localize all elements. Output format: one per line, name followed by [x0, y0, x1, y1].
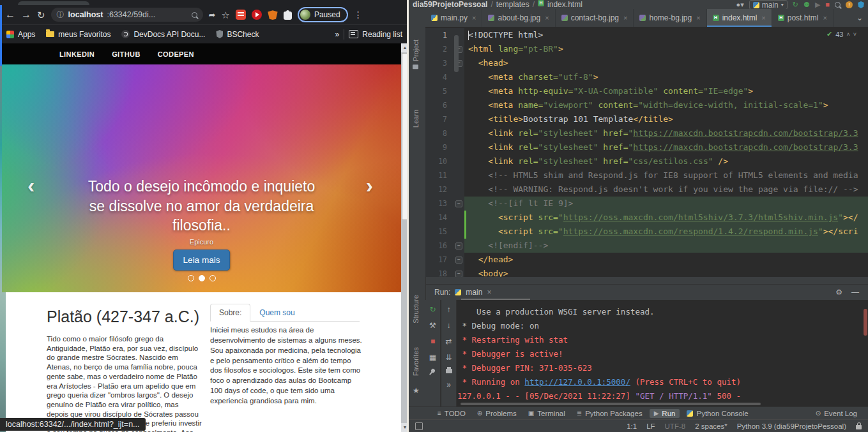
- extensions-puzzle-icon[interactable]: [284, 11, 292, 20]
- console-hscrollbar[interactable]: [461, 403, 761, 405]
- leia-mais-button[interactable]: Leia mais: [173, 250, 231, 271]
- zoom-icon[interactable]: [192, 12, 197, 18]
- toolbar-run[interactable]: ▶Run: [650, 409, 680, 418]
- bookmarks-overflow-icon[interactable]: »: [335, 30, 340, 39]
- print-icon[interactable]: [446, 369, 452, 373]
- toolbar-python-packages[interactable]: ≣Python Packages: [572, 409, 647, 418]
- profile-icon[interactable]: ▶: [815, 1, 820, 9]
- pin-icon[interactable]: [430, 368, 435, 373]
- up-stack-icon[interactable]: ↑: [447, 305, 451, 314]
- tab-index-html[interactable]: H index.html×: [707, 9, 772, 27]
- address-bar[interactable]: ⓘ localhost :63342/59di...: [51, 8, 203, 22]
- wrench-settings-icon[interactable]: ⚒: [429, 321, 436, 330]
- profile-paused-badge[interactable]: Paused: [298, 7, 348, 22]
- tab-post-html[interactable]: H post.html×: [772, 9, 834, 27]
- tab-quem-sou[interactable]: Quem sou: [250, 304, 303, 321]
- todoist-extension-icon[interactable]: [236, 10, 246, 20]
- nav-link-codepen[interactable]: CODEPEN: [158, 50, 194, 58]
- fold-icon[interactable]: [453, 253, 464, 267]
- tabs-overflow-icon[interactable]: ⌄: [851, 9, 868, 27]
- close-icon[interactable]: ×: [623, 14, 627, 22]
- fold-icon[interactable]: [453, 197, 464, 211]
- indent-setting[interactable]: 2 spaces*: [695, 422, 727, 430]
- code-with-me-icon[interactable]: [858, 1, 864, 8]
- tab-main-py[interactable]: main.py×: [425, 9, 482, 27]
- more-icon[interactable]: »: [446, 380, 451, 389]
- toolbar-problems[interactable]: ⊕Problems: [473, 409, 521, 418]
- soft-wrap-icon[interactable]: ⇄: [445, 337, 452, 346]
- search-everywhere-icon[interactable]: [835, 2, 841, 8]
- tool-stripe-learn[interactable]: Learn: [412, 110, 420, 128]
- nav-link-github[interactable]: GITHUB: [112, 50, 141, 58]
- reload-icon[interactable]: ↻: [37, 10, 45, 20]
- site-info-icon[interactable]: ⓘ: [57, 10, 65, 20]
- share-icon[interactable]: ➦: [209, 11, 216, 19]
- restore-layout-icon[interactable]: ▦: [429, 353, 436, 362]
- carousel-dot[interactable]: [209, 275, 216, 281]
- toolbar-event-log[interactable]: ⊙Event Log: [811, 409, 862, 418]
- forward-icon[interactable]: →: [21, 10, 31, 20]
- bookmark-bscheck[interactable]: BSCheck: [216, 30, 259, 39]
- carousel-next-icon[interactable]: ›: [366, 174, 373, 196]
- video-extension-icon[interactable]: [252, 10, 262, 20]
- fold-icon[interactable]: [453, 239, 464, 253]
- interpreter[interactable]: Python 3.9 (dia59ProjetoPessoal): [737, 422, 846, 430]
- scroll-to-end-icon[interactable]: ⇊: [445, 353, 452, 362]
- apps-shortcut[interactable]: Apps: [6, 30, 35, 39]
- close-icon[interactable]: ×: [823, 14, 826, 22]
- nav-link-linkedin[interactable]: LINKEDIN: [59, 50, 95, 58]
- code-editor[interactable]: 1<!DOCTYPE html> 2<html lang="pt-BR"> 3 …: [425, 27, 868, 277]
- bookmark-devdocs[interactable]: DevDocs API Docu...: [121, 30, 205, 39]
- browser-menu-icon[interactable]: ⋮: [354, 10, 363, 19]
- next-warning-icon[interactable]: ˅: [853, 31, 857, 38]
- minimize-icon[interactable]: —: [851, 288, 859, 297]
- carousel-prev-icon[interactable]: ‹: [27, 174, 34, 196]
- bookmark-star-icon[interactable]: ☆: [221, 10, 229, 20]
- lock-icon[interactable]: [856, 425, 862, 429]
- close-icon[interactable]: ×: [696, 14, 700, 22]
- tool-windows-icon[interactable]: [415, 422, 423, 430]
- fold-icon[interactable]: [453, 267, 464, 277]
- run-icon[interactable]: ↻: [793, 1, 798, 9]
- reading-list-button[interactable]: Reading list: [349, 30, 402, 39]
- run-console[interactable]: ↻ ⚒ ■ ▦ ↑ ↓ ⇄ ⇊ » Use a production WSGI …: [425, 300, 868, 406]
- stop-icon[interactable]: ■: [825, 1, 830, 9]
- run-config-selector[interactable]: main▾: [749, 0, 788, 9]
- tool-stripe-structure[interactable]: Structure: [412, 295, 420, 324]
- vcs-user-icon[interactable]: ●▾: [736, 1, 744, 9]
- prev-warning-icon[interactable]: ˄: [846, 31, 849, 38]
- run-tab-main[interactable]: main: [466, 288, 482, 297]
- down-stack-icon[interactable]: ↓: [447, 321, 451, 330]
- bookmark-meus-favoritos[interactable]: meus Favoritos: [46, 30, 110, 39]
- favorites-star-icon[interactable]: ★: [413, 386, 420, 395]
- close-icon[interactable]: ×: [761, 14, 765, 22]
- file-encoding[interactable]: UTF-8: [665, 422, 686, 430]
- close-icon[interactable]: ×: [545, 14, 549, 22]
- stop-icon[interactable]: ■: [430, 337, 435, 346]
- settings-gear-icon[interactable]: ⚙: [835, 288, 842, 297]
- console-scrollbar-thumb[interactable]: [864, 309, 867, 336]
- tab-home-bg[interactable]: home-bg.jpg×: [634, 9, 706, 27]
- caret-position[interactable]: 1:1: [627, 422, 637, 430]
- tab-contact-bg[interactable]: contact-bg.jpg×: [556, 9, 634, 27]
- tab-sobre[interactable]: Sobre:: [210, 304, 250, 322]
- toolbar-terminal[interactable]: ▣Terminal: [524, 409, 570, 418]
- breadcrumb-file[interactable]: index.html: [547, 0, 582, 9]
- tab-about-bg[interactable]: about-bg.jpg×: [482, 9, 555, 27]
- close-icon[interactable]: ×: [487, 288, 491, 297]
- toolbar-todo[interactable]: ≡TODO: [433, 409, 470, 418]
- carousel-dot[interactable]: [188, 275, 194, 281]
- notifications-icon[interactable]: !: [846, 1, 853, 8]
- debug-icon[interactable]: ⚉: [803, 1, 810, 9]
- inspection-widget[interactable]: ✔ 43 ˄ ˅: [824, 29, 859, 39]
- close-icon[interactable]: ×: [472, 14, 476, 22]
- line-ending[interactable]: LF: [646, 422, 655, 430]
- editor-scrollbar-thumb[interactable]: [454, 35, 459, 72]
- rerun-icon[interactable]: ↻: [429, 305, 436, 314]
- breadcrumb-project[interactable]: dia59ProjetoPessoal: [413, 0, 487, 9]
- metamask-extension-icon[interactable]: [268, 10, 278, 20]
- back-icon[interactable]: ←: [5, 10, 15, 20]
- toolbar-python-console[interactable]: Python Console: [682, 409, 752, 418]
- tool-stripe-project[interactable]: Project: [412, 40, 420, 69]
- tool-stripe-favorites[interactable]: Favorites: [412, 347, 420, 376]
